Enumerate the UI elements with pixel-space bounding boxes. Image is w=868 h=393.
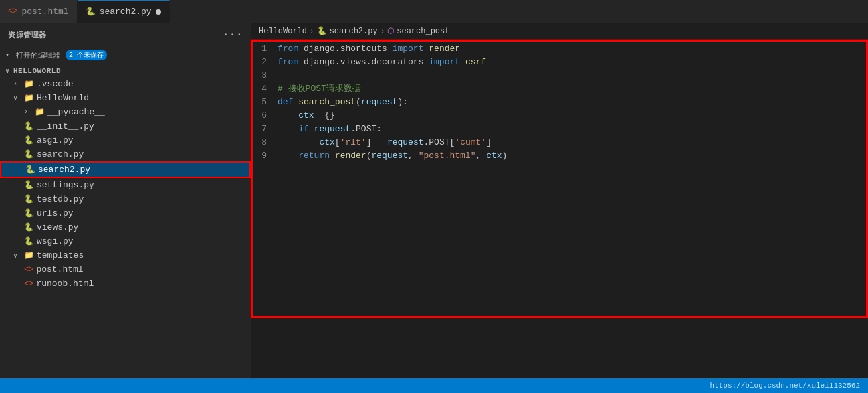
line-num-7: 7 (251, 123, 278, 136)
tab-post-html[interactable]: <> post.html (0, 0, 78, 23)
sidebar-item-runoob-html-label: runoob.html (36, 279, 94, 289)
templates-folder-icon: 📁 (24, 250, 34, 260)
code-line-9: 9 return render(request, "post.html", ct… (251, 149, 868, 163)
line-content-2: from django.views.decorators import csrf (278, 56, 868, 69)
sidebar-item-asgi[interactable]: 🐍 asgi.py (0, 133, 251, 147)
line-content-1: from django.shortcuts import render (278, 42, 868, 56)
code-line-3: 3 (251, 69, 868, 82)
vscode-folder-icon: 📁 (24, 79, 34, 89)
project-chevron: ∨ (5, 67, 13, 75)
code-line-4: 4 # 接收POST请求数据 (251, 82, 868, 96)
sidebar-item-settings[interactable]: 🐍 settings.py (0, 178, 251, 192)
breadcrumb: HelloWorld › 🐍 search2.py › ⬡ search_pos… (251, 23, 868, 40)
breadcrumb-project: HelloWorld (259, 27, 307, 36)
open-editors-header[interactable]: ▾ 打开的编辑器 2 个未保存 (0, 48, 251, 62)
line-content-7: if request.POST: (278, 123, 868, 136)
search2-py-icon: 🐍 (25, 165, 35, 175)
sidebar-more-button[interactable]: ··· (223, 29, 243, 41)
sidebar-item-pycache-label: __pycache__ (47, 107, 105, 117)
tab-post-html-label: post.html (21, 7, 68, 17)
code-line-5: 5 def search_post(request): (251, 96, 868, 109)
main-content: 资源管理器 ··· ▾ 打开的编辑器 2 个未保存 ∨ HELLOWORLD ›… (0, 23, 868, 378)
line-num-4: 4 (251, 82, 278, 96)
sidebar-item-init[interactable]: 🐍 __init__.py (0, 119, 251, 133)
sidebar-item-views-label: views.py (37, 222, 78, 232)
sidebar-item-pycache[interactable]: › 📁 __pycache__ (0, 105, 251, 119)
line-num-9: 9 (251, 149, 278, 163)
sidebar-item-views[interactable]: 🐍 views.py (0, 220, 251, 234)
sidebar-item-vscode-label: .vscode (37, 79, 74, 89)
breadcrumb-symbol-icon: ⬡ (387, 26, 394, 36)
status-url: https://blog.csdn.net/xulei1132562 (710, 382, 860, 390)
breadcrumb-symbol: search_post (397, 27, 449, 36)
line-num-8: 8 (251, 136, 278, 149)
tab-bar: <> post.html 🐍 search2.py (0, 0, 868, 23)
status-bar: https://blog.csdn.net/xulei1132562 (0, 378, 868, 393)
sidebar-item-templates-label: templates (37, 250, 84, 260)
wsgi-py-icon: 🐍 (24, 236, 34, 246)
vscode-chevron: › (13, 80, 21, 88)
sidebar-item-search2[interactable]: 🐍 search2.py (0, 161, 251, 178)
runoob-html-icon: <> (24, 279, 33, 289)
code-line-6: 6 ctx ={} (251, 109, 868, 123)
urls-py-icon: 🐍 (24, 208, 34, 218)
asgi-py-icon: 🐍 (24, 135, 34, 145)
py-file-icon: 🐍 (86, 7, 96, 17)
code-line-7: 7 if request.POST: (251, 123, 868, 136)
sidebar: 资源管理器 ··· ▾ 打开的编辑器 2 个未保存 ∨ HELLOWORLD ›… (0, 23, 251, 378)
tab-search2-py-label: search2.py (100, 7, 152, 17)
code-editor[interactable]: 1 from django.shortcuts import render 2 … (251, 40, 868, 378)
breadcrumb-sep1: › (310, 27, 314, 35)
sidebar-item-testdb-label: testdb.py (37, 194, 84, 204)
folder-section: ∨ HELLOWORLD › 📁 .vscode ∨ 📁 HelloWorld … (0, 64, 251, 292)
unsaved-dot (156, 9, 161, 15)
sidebar-item-search[interactable]: 🐍 search.py (0, 147, 251, 161)
sidebar-item-post-html[interactable]: <> post.html (0, 262, 251, 277)
line-content-3 (278, 69, 868, 82)
sidebar-item-wsgi[interactable]: 🐍 wsgi.py (0, 234, 251, 248)
code-editor-wrapper: 1 from django.shortcuts import render 2 … (251, 40, 868, 378)
project-root[interactable]: ∨ HELLOWORLD (0, 65, 251, 77)
line-num-3: 3 (251, 69, 278, 82)
open-editors-label: 打开的编辑器 (16, 50, 60, 60)
unsaved-badge: 2 个未保存 (66, 50, 107, 60)
line-content-5: def search_post(request): (278, 96, 868, 109)
sidebar-item-urls-label: urls.py (37, 208, 74, 218)
sidebar-item-helloworld-label: HelloWorld (37, 93, 89, 103)
line-num-6: 6 (251, 109, 278, 123)
init-py-icon: 🐍 (24, 121, 34, 131)
search-py-icon: 🐍 (24, 149, 34, 159)
line-num-1: 1 (251, 42, 278, 56)
line-content-6: ctx ={} (278, 109, 868, 123)
sidebar-title: 资源管理器 (8, 30, 47, 40)
post-html-icon: <> (24, 265, 33, 274)
sidebar-item-init-label: __init__.py (37, 121, 94, 131)
testdb-py-icon: 🐍 (24, 194, 34, 204)
code-line-2: 2 from django.views.decorators import cs… (251, 56, 868, 69)
sidebar-item-settings-label: settings.py (37, 180, 94, 190)
sidebar-item-testdb[interactable]: 🐍 testdb.py (0, 192, 251, 206)
line-content-8: ctx['rlt'] = request.POST['cumt'] (278, 136, 868, 149)
line-content-4: # 接收POST请求数据 (278, 82, 868, 96)
sidebar-item-vscode[interactable]: › 📁 .vscode (0, 77, 251, 91)
open-editors-chevron: ▾ (5, 51, 13, 59)
settings-py-icon: 🐍 (24, 180, 34, 190)
sidebar-item-search2-label: search2.py (38, 165, 90, 175)
sidebar-header: 资源管理器 ··· (0, 23, 251, 46)
sidebar-item-urls[interactable]: 🐍 urls.py (0, 206, 251, 220)
pycache-chevron: › (24, 108, 32, 116)
sidebar-item-wsgi-label: wsgi.py (37, 236, 74, 246)
tab-search2-py[interactable]: 🐍 search2.py (78, 0, 170, 23)
line-num-2: 2 (251, 56, 278, 69)
sidebar-item-helloworld-folder[interactable]: ∨ 📁 HelloWorld (0, 91, 251, 105)
sidebar-item-asgi-label: asgi.py (37, 135, 74, 145)
editor-area: HelloWorld › 🐍 search2.py › ⬡ search_pos… (251, 23, 868, 378)
code-line-1: 1 from django.shortcuts import render (251, 42, 868, 56)
templates-chevron: ∨ (13, 252, 21, 260)
sidebar-item-runoob-html[interactable]: <> runoob.html (0, 277, 251, 291)
sidebar-item-templates[interactable]: ∨ 📁 templates (0, 248, 251, 262)
helloworld-chevron: ∨ (13, 94, 21, 102)
helloworld-folder-icon: 📁 (24, 93, 34, 103)
views-py-icon: 🐍 (24, 222, 34, 232)
breadcrumb-py-icon: 🐍 (317, 26, 327, 36)
